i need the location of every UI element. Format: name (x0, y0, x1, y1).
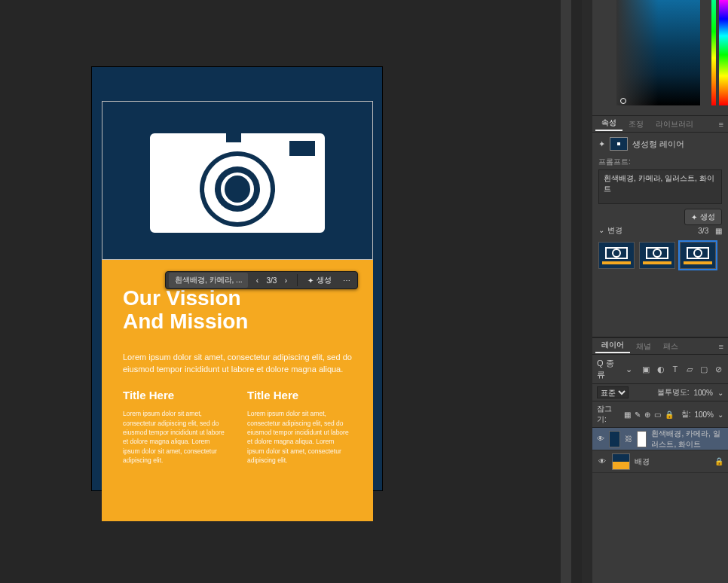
canvas-area: Our Vission And Mission Lorem ipsum dolo… (0, 0, 571, 583)
opacity-value[interactable]: 100% (693, 389, 713, 397)
color-picker-panel (592, 0, 728, 116)
lock-position-icon[interactable]: ⊕ (644, 411, 650, 419)
sparkle-icon: ✦ (598, 139, 605, 149)
main-heading: Our Vission And Mission (123, 287, 352, 334)
filter-type-icon[interactable]: T (670, 365, 680, 374)
selection-frame[interactable] (102, 101, 373, 260)
lead-text: Lorem ipsum dolor sit amet, consectetur … (123, 352, 352, 376)
canvas-scrollbar[interactable] (561, 0, 571, 583)
chevron-down-icon[interactable]: ⌄ (717, 389, 723, 397)
tab-libraries[interactable]: 라이브러리 (650, 119, 699, 130)
panel-gap (582, 0, 592, 583)
layer-type-label: 생성형 레이어 (632, 139, 684, 150)
properties-tabs: 속성 조정 라이브러리 ≡ (592, 116, 728, 133)
generate-label: 생성 (700, 212, 715, 222)
layer-type-thumb (610, 137, 628, 151)
variation-thumbs (598, 242, 722, 269)
lock-brush-icon[interactable]: ✎ (635, 411, 641, 419)
lock-pixels-icon[interactable]: ▦ (624, 411, 631, 419)
layer-type-row: ✦ 생성형 레이어 (598, 137, 722, 151)
visibility-toggle[interactable]: 👁 (597, 435, 604, 443)
properties-panel: ✦ 생성형 레이어 프롬프트: 흰색배경, 카메라, 일러스트, 화이트 ✦ 생… (592, 133, 728, 337)
content-block: Our Vission And Mission Lorem ipsum dolo… (102, 260, 373, 521)
col1-title: Title Here (123, 389, 228, 401)
color-cursor[interactable] (620, 98, 626, 104)
camera-icon (143, 124, 332, 237)
separator (297, 274, 298, 286)
layer-mask-thumb[interactable] (637, 431, 647, 447)
variations-header[interactable]: ⌄변경 3/3 ▦ (598, 225, 722, 236)
opacity-label: 불투명도: (657, 387, 690, 398)
generate-label: 생성 (317, 275, 332, 285)
link-icon[interactable]: ⛓ (625, 435, 632, 443)
layer-lock-row: 잠그기: ▦ ✎ ⊕ ▭ 🔒 칠: 100% ⌄ (592, 401, 728, 428)
variation-thumb-1[interactable] (598, 242, 635, 269)
secondary-hue-strip[interactable] (711, 0, 716, 105)
tab-channels[interactable]: 채널 (630, 341, 657, 352)
column-2: Title Here Lorem ipsum dolor sit amet, c… (247, 389, 352, 465)
col2-body: Lorem ipsum dolor sit amet, consectetur … (247, 409, 352, 465)
variations-label: 변경 (607, 226, 622, 234)
tab-paths[interactable]: 패스 (657, 341, 684, 352)
layers-menu-button[interactable]: ≡ (719, 342, 723, 351)
panel-menu-button[interactable]: ≡ (719, 120, 723, 129)
layer-blend-row: 표준 불투명도: 100% ⌄ (592, 384, 728, 401)
columns: Title Here Lorem ipsum dolor sit amet, c… (123, 389, 352, 465)
color-field[interactable] (616, 0, 700, 105)
filter-toggle-icon[interactable]: ⊘ (714, 365, 723, 374)
layers-panel: 레이어 채널 패스 ≡ Q 종류 ⌄ ▣ ◐ T ▱ ▢ ⊘ 표준 불투명도: … (592, 337, 728, 583)
variation-thumb-2[interactable] (639, 242, 675, 269)
hue-strip[interactable] (719, 0, 728, 105)
tab-properties[interactable]: 속성 (595, 118, 622, 131)
generate-icon: ✦ (307, 276, 314, 285)
fill-value[interactable]: 100% (694, 411, 714, 419)
variation-thumb-3[interactable] (680, 242, 716, 269)
svg-rect-0 (289, 141, 315, 156)
fill-label: 칠: (681, 409, 691, 420)
layer-row-generative[interactable]: 👁 ⛓ 흰색배경, 카메라, 일러스트, 화이트 (592, 428, 728, 450)
filter-adjust-icon[interactable]: ◐ (656, 365, 665, 374)
more-options-button[interactable]: ⋯ (339, 273, 354, 288)
layer-row-background[interactable]: 👁 배경 🔒 (592, 450, 728, 473)
svg-point-5 (225, 176, 250, 203)
prompt-label: 프롬프트: (598, 157, 722, 167)
tab-adjustments[interactable]: 조정 (622, 119, 650, 130)
layer-thumb[interactable] (609, 431, 620, 447)
blend-mode-select[interactable]: 표준 (597, 386, 629, 398)
filter-shape-icon[interactable]: ▱ (684, 365, 694, 374)
filter-smart-icon[interactable]: ▢ (699, 365, 709, 374)
prev-variation-button[interactable]: ‹ (249, 273, 265, 288)
lock-label: 잠그기: (597, 404, 620, 425)
lock-artboard-icon[interactable]: ▭ (654, 411, 661, 419)
heading-line2: And Mission (123, 310, 248, 333)
variation-counter: 3/3 (266, 276, 277, 285)
variations-count: 3/3 (698, 227, 708, 235)
visibility-toggle[interactable]: 👁 (597, 457, 607, 465)
filter-image-icon[interactable]: ▣ (641, 365, 651, 374)
layer-filter-row: Q 종류 ⌄ ▣ ◐ T ▱ ▢ ⊘ (592, 355, 728, 384)
layer-name[interactable]: 흰색배경, 카메라, 일러스트, 화이트 (651, 429, 723, 450)
prompt-chip[interactable]: 흰색배경, 카메라, ... (169, 273, 248, 288)
lock-icon[interactable]: 🔒 (714, 457, 723, 465)
right-panels: 속성 조정 라이브러리 ≡ ✦ 생성형 레이어 프롬프트: 흰색배경, 카메라,… (592, 0, 728, 583)
prompt-textarea[interactable]: 흰색배경, 카메라, 일러스트, 화이트 (598, 169, 722, 204)
heading-line1: Our Vission (123, 286, 241, 310)
layers-tabs: 레이어 채널 패스 ≡ (592, 338, 728, 355)
chevron-down-icon[interactable]: ⌄ (626, 365, 632, 374)
col1-body: Lorem ipsum dolor sit amet, consectetur … (123, 409, 228, 465)
layer-thumb[interactable] (612, 453, 630, 470)
chevron-down-icon[interactable]: ⌄ (717, 411, 723, 419)
chevron-down-icon: ⌄ (598, 226, 604, 234)
layer-filter-label[interactable]: Q 종류 (597, 358, 621, 380)
context-taskbar: 흰색배경, 카메라, ... ‹ 3/3 › ✦ 생성 ⋯ (165, 271, 358, 289)
grid-icon[interactable]: ▦ (715, 227, 722, 235)
layer-name[interactable]: 배경 (635, 456, 650, 467)
generate-button[interactable]: ✦ 생성 (301, 273, 338, 288)
generate-icon: ✦ (691, 213, 697, 221)
properties-generate-button[interactable]: ✦ 생성 (684, 209, 722, 225)
lock-all-icon[interactable]: 🔒 (665, 411, 674, 419)
column-1: Title Here Lorem ipsum dolor sit amet, c… (123, 389, 228, 465)
next-variation-button[interactable]: › (278, 273, 293, 288)
tab-layers[interactable]: 레이어 (595, 340, 630, 353)
col2-title: Title Here (247, 389, 352, 401)
